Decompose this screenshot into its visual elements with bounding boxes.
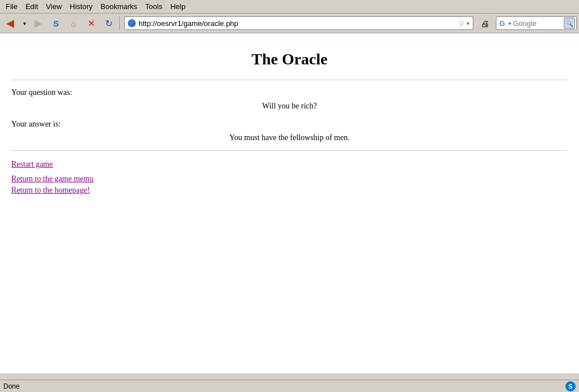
- url-input[interactable]: [139, 19, 458, 28]
- home-button[interactable]: ⌂: [66, 15, 81, 31]
- google-icon: G: [499, 19, 508, 28]
- bookmark-star-icon[interactable]: ☆: [458, 19, 465, 28]
- homepage-link[interactable]: Return to the homepage!: [11, 186, 568, 195]
- search-icon: 🔍: [565, 20, 573, 27]
- toolbar: ◀ ▾ ▶ S ⌂ ✕ ↻ ☆ ▾ 🖨: [0, 14, 579, 33]
- stop-button[interactable]: ✕: [83, 15, 99, 31]
- menu-view[interactable]: View: [42, 1, 65, 12]
- menu-history[interactable]: History: [66, 1, 96, 12]
- address-dropdown-icon[interactable]: ▾: [465, 20, 470, 27]
- restart-game-link[interactable]: Restart game: [11, 160, 568, 169]
- page-title: The Oracle: [11, 39, 568, 80]
- chevron-down-icon: ▾: [23, 20, 26, 27]
- menu-bookmarks[interactable]: Bookmarks: [97, 1, 141, 12]
- print-button[interactable]: 🖨: [477, 15, 492, 31]
- game-menu-link[interactable]: Return to the game memu: [11, 175, 568, 184]
- svg-text:G: G: [499, 19, 505, 28]
- menu-file[interactable]: File: [2, 1, 21, 12]
- question-text: Will you be rich?: [11, 97, 568, 115]
- reload-button[interactable]: ↻: [101, 15, 116, 31]
- print-icon: 🖨: [481, 19, 489, 28]
- home-icon: ⌂: [71, 19, 76, 28]
- skype-button[interactable]: S: [48, 15, 64, 31]
- search-submit-button[interactable]: 🔍: [564, 18, 575, 29]
- toolbar-separator: [119, 16, 120, 30]
- search-engine-logo: G ▾: [499, 19, 511, 28]
- menu-tools[interactable]: Tools: [142, 1, 166, 12]
- back-button[interactable]: ◀: [2, 15, 18, 31]
- page-content: The Oracle Your question was: Will you b…: [0, 33, 579, 373]
- stop-icon: ✕: [88, 18, 95, 29]
- menu-edit[interactable]: Edit: [22, 1, 41, 12]
- search-input[interactable]: [513, 19, 564, 28]
- nav-links: Return to the game memu Return to the ho…: [11, 175, 568, 195]
- skype-icon: S: [53, 19, 59, 28]
- reload-icon: ↻: [105, 18, 113, 29]
- question-label: Your question was:: [11, 80, 568, 97]
- search-bar[interactable]: G ▾ 🔍: [496, 16, 577, 30]
- links-section: Restart game Return to the game memu Ret…: [11, 151, 568, 195]
- answer-label: Your answer is:: [11, 115, 568, 129]
- favicon: [127, 19, 136, 28]
- forward-icon: ▶: [34, 17, 42, 29]
- address-bar[interactable]: ☆ ▾: [124, 16, 473, 30]
- search-engine-dropdown-icon[interactable]: ▾: [508, 20, 511, 27]
- menubar: File Edit View History Bookmarks Tools H…: [0, 0, 579, 14]
- forward-button[interactable]: ▶: [31, 15, 46, 31]
- answer-text: You must have the fellowship of men.: [11, 129, 568, 150]
- menu-help[interactable]: Help: [167, 1, 189, 12]
- back-icon: ◀: [6, 17, 14, 29]
- globe-icon: [128, 19, 136, 27]
- back-history-dropdown[interactable]: ▾: [20, 15, 29, 31]
